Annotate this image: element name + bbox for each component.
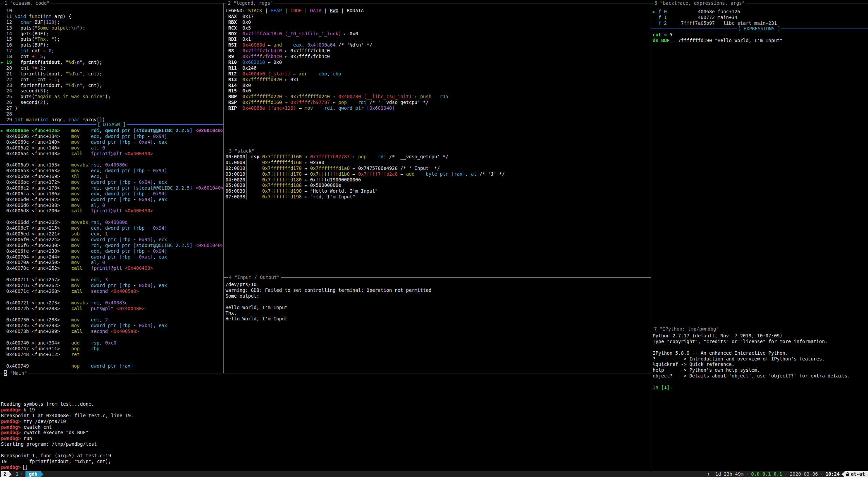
terminal-line: 0x400735 <func+293> mov dword ptr [rbp -… — [1, 323, 223, 329]
pane-ipython[interactable]: Python 2.7.17 (default, Nov 7 2019, 10:0… — [651, 329, 868, 471]
terminal-line: 21 fprintf(stdout, "%d\n", cnt); — [1, 71, 111, 77]
chevron-right-icon: › — [20, 471, 23, 477]
terminal-line: 0x400721 <func+273> movabs rdi, 0x40083c — [1, 300, 223, 306]
terminal-line: 0x40070c <func+252> call fprintf@plt <0x… — [1, 265, 223, 271]
session-badge[interactable]: 2 — [1, 471, 9, 477]
registers-listing: LEGEND: STACK | HEAP | CODE | DATA | RWX… — [225, 8, 448, 111]
terminal-line — [225, 299, 431, 305]
stack-listing: 00:0000│ rsp 0x7fffffffd160 → 0x7ffff7b9… — [225, 154, 505, 200]
tmux-status-bar: 2 1 › gdb ↑ 1d 23h 49m ‹ 0.0 0.1 0.1 ‹ 2… — [0, 471, 868, 477]
gdb-session-log: Reading symbols from test...done.pwndbg>… — [1, 401, 133, 470]
terminal-line: f 1 400772 main+34 — [653, 15, 777, 20]
terminal-line: R13 0x7fffffffd320 ← 0x1 — [225, 77, 448, 83]
program-output: /dev/pts/10warning: GDB: Failed to set c… — [225, 282, 431, 322]
terminal-line: 25 puts("Again as it was so nice"); — [1, 94, 111, 100]
hostname-badge: at-at — [845, 471, 868, 477]
terminal-line: 0x400696 <func+134> mov edx, dword ptr [… — [1, 134, 223, 139]
terminal-line: RBP 0x7fffffffd220 → 0x7fffffffd240 → 0x… — [225, 94, 448, 100]
pane-main-gdb[interactable]: Reading symbols from test...done.pwndbg>… — [0, 373, 651, 471]
status-date: 2020-03-06 — [790, 471, 818, 477]
terminal-line: RDI 0x1 — [225, 36, 448, 42]
terminal-line: ► 19 fprintf(stdout, "%d\n", cnt); — [1, 59, 111, 65]
terminal-line: 00:0000│ rsp 0x7fffffffd160 → 0x7ffff7b9… — [225, 154, 505, 160]
pane-title-legend-regs: 2 "legend, regs" — [227, 0, 274, 6]
terminal-line: Type "copyright", "credits" or "license"… — [653, 339, 850, 344]
pane-backtrace-expressions[interactable]: ► f 0 40068e func+126 f 1 400772 main+34… — [651, 3, 868, 329]
source-code-listing: 10 11 void func(int arg) { 12 char BUF[1… — [1, 8, 111, 123]
terminal-line: LEGEND: STACK | HEAP | CODE | DATA | RWX… — [225, 8, 448, 14]
terminal-line: 11 void func(int arg) { — [1, 14, 111, 19]
pane-border-left-column — [223, 3, 224, 373]
terminal-line — [1, 334, 223, 340]
terminal-line: 02:0010│ 0x7fffffffd170 → 0x7fffffffd1a0… — [225, 165, 505, 171]
terminal-line: Python 2.7.17 (default, Nov 7 2019, 10:0… — [653, 333, 850, 339]
terminal-line: 0x4006bc <func+172> mov dword ptr [rbp -… — [1, 179, 223, 185]
window-tab-gdb[interactable]: gdb — [25, 471, 41, 477]
pane-input-output[interactable]: /dev/pts/10warning: GDB: Failed to set c… — [224, 277, 651, 373]
terminal-line: RBX 0x0 — [225, 19, 448, 25]
active-pane-number: 5 — [4, 370, 7, 376]
terminal-line: Hello World, I'm Input — [225, 316, 431, 322]
terminal-line — [653, 379, 850, 385]
terminal-line: 0x4006ed <func+221> sub ecx, 1 — [1, 231, 223, 237]
backtrace-listing: ► f 0 40068e func+126 f 1 400772 main+34… — [653, 9, 777, 26]
powerline-separator-icon — [41, 472, 43, 477]
terminal-line: pwndbg> run — [1, 436, 133, 441]
pane-border-stack — [223, 151, 651, 151]
terminal-line: pwndbg> cwatch execute "ds BUF" — [1, 430, 133, 436]
terminal-line: RCX 0x5 — [225, 25, 448, 31]
pane-title-stack: 3 "stack" — [228, 148, 255, 154]
terminal-line: 0x4006e7 <func+215> mov ecx, dword ptr [… — [1, 225, 223, 231]
pane-border-right-column — [651, 3, 651, 471]
terminal-line: 19 fprintf(stdout, "%d\n", cnt); — [1, 459, 133, 464]
powerline-separator-icon — [842, 472, 845, 477]
pane-title-main: 5 "Main" — [3, 370, 28, 376]
terminal-line: 0x4006fe <func+238> mov edx, dword ptr [… — [1, 248, 223, 254]
terminal-line: 0x400730 <func+288> mov edi, 2 — [1, 317, 223, 323]
terminal-line: R15 0x0 — [225, 88, 448, 94]
terminal-line: 06:0030│ 0x7fffffffd190 ← "Hello World, … — [225, 188, 505, 194]
terminal-line: 0x40072b <func+283> call puts@plt <0x400… — [1, 306, 223, 312]
lock-icon — [846, 472, 849, 476]
terminal-line: 0x4006ca <func+186> mov edx, dword ptr [… — [1, 191, 223, 197]
disasm-divider-label: [ DISASM ] — [96, 122, 127, 127]
terminal-line: 0x4006a2 <func+146> mov al, 0 — [1, 145, 223, 151]
pane-border-io — [223, 277, 651, 278]
pane-title-backtrace: 6 "backtrace, expressions, args" — [653, 0, 746, 6]
status-right: ↑ 1d 23h 49m ‹ 0.0 0.1 0.1 ‹ 2020-03-06 … — [707, 471, 868, 477]
terminal-line: RSP 0x7fffffffd160 → 0x7ffff7b97787 ← po… — [225, 100, 448, 105]
terminal-line: %quickref -> Quick reference. — [653, 361, 850, 367]
terminal-line: help -> Python's own help system. — [653, 367, 850, 373]
uptime-indicator: ↑ 1d 23h 49m — [707, 471, 744, 477]
tmux-terminal: 10 11 void func(int arg) { 12 char BUF[1… — [0, 0, 868, 477]
terminal-line: 01:0008│ 0x7fffffffd168 ← 0x380 — [225, 160, 505, 165]
chevron-left-icon: ‹ — [744, 471, 751, 477]
terminal-line: ► 0x40068e <func+126> mov rdi, qword ptr… — [1, 128, 223, 134]
terminal-line — [1, 447, 133, 453]
terminal-line: ds BUF = 7fffffffd190 "Hello World, I'm … — [653, 38, 782, 43]
terminal-line: 28 — [1, 111, 111, 117]
terminal-line: Thx. — [225, 310, 431, 316]
chevron-left-icon: ‹ — [818, 471, 826, 477]
terminal-line: IPython 5.8.0 -- An enhanced Interactive… — [653, 350, 850, 356]
terminal-line — [1, 156, 223, 162]
terminal-line: 22 cnt = cnt - 1; — [1, 77, 111, 83]
terminal-line: 20 cnt *= 2; — [1, 65, 111, 71]
pane-disasm-code[interactable]: 10 11 void func(int arg) { 12 char BUF[1… — [0, 3, 223, 373]
pane-title-disasm-code: 1 "disasm, code" — [3, 0, 51, 6]
terminal-line: warning: GDB: Failed to set controlling … — [225, 287, 431, 293]
terminal-line: 17 int cnt = 0; — [1, 48, 111, 54]
terminal-line: RSI 0x40080d ← and eax, 0x4f000a64 /* '%… — [225, 42, 448, 48]
terminal-line: 0x400748 <func+312> ret — [1, 352, 223, 357]
terminal-line: ► f 0 40068e func+126 — [653, 9, 777, 15]
pane-legend-regs[interactable]: LEGEND: STACK | HEAP | CODE | DATA | RWX… — [224, 3, 651, 151]
terminal-line: RDX 0x7ffff7dd18c0 (_IO_stdfile_1_lock) … — [225, 31, 448, 37]
terminal-line: 13 puts("Some output:\n"); — [1, 25, 111, 31]
status-clock: 10:24 — [826, 471, 842, 477]
terminal-line: pwndbg> b 19 — [1, 407, 133, 413]
terminal-line: 0x40070a <func+250> mov al, 0 — [1, 260, 223, 265]
terminal-line: 10 — [1, 8, 111, 14]
terminal-line: /dev/pts/10 — [225, 282, 431, 287]
terminal-line: ? -> Introduction and overview of IPytho… — [653, 356, 850, 362]
pane-stack[interactable]: 00:0000│ rsp 0x7fffffffd160 → 0x7ffff7b9… — [224, 151, 651, 277]
